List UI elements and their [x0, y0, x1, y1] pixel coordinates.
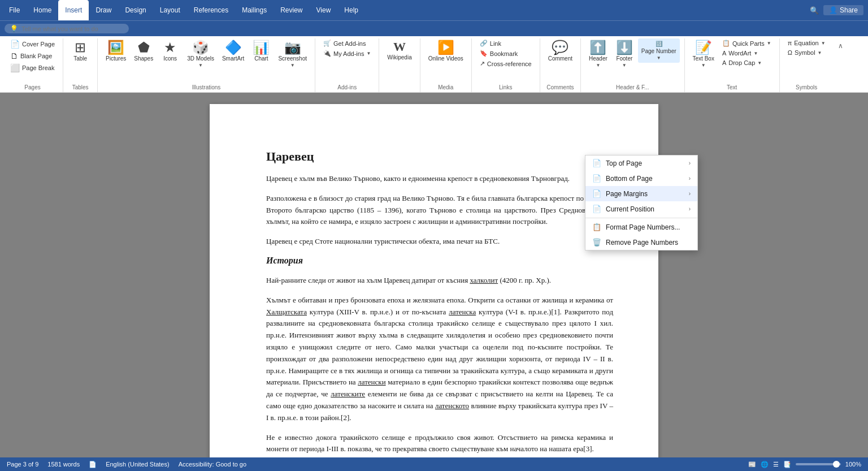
- illustrations-group-label: Illustrations: [102, 83, 310, 92]
- ribbon-content: 📄 Cover Page 🗋 Blank Page ⬜ Page Break P…: [0, 36, 868, 93]
- pages-group-items: 📄 Cover Page 🗋 Blank Page ⬜ Page Break: [7, 38, 58, 83]
- status-bar: Page 3 of 9 1581 words 📄 English (United…: [0, 457, 868, 471]
- page-break-icon: ⬜: [10, 63, 20, 72]
- shapes-icon: ⬟: [138, 41, 150, 54]
- wikipedia-group-items: W Wikipedia: [384, 38, 415, 89]
- footer-dropdown-arrow: ▼: [622, 63, 627, 68]
- remove-page-numbers-icon: 🗑️: [592, 238, 601, 247]
- table-button[interactable]: ⊞ Table: [68, 38, 93, 64]
- get-addins-button[interactable]: 🛒 Get Add-ins: [320, 38, 374, 48]
- links-group-items: 🔗 Link 🔖 Bookmark ↗ Cross-reference: [476, 38, 535, 83]
- equation-button[interactable]: π Equation ▼: [784, 38, 829, 47]
- wikipedia-button[interactable]: W Wikipedia: [384, 38, 415, 63]
- media-group-items: ▶️ Online Videos: [425, 38, 467, 83]
- 3d-models-dropdown-arrow: ▼: [198, 63, 203, 68]
- text-group-items: 📝 Text Box ▼ 📋 Quick Parts ▼ A WordArt ▼…: [689, 38, 775, 83]
- page-view-icon: 📄: [89, 461, 97, 468]
- tab-draw[interactable]: Draw: [89, 0, 118, 20]
- comment-icon: 💬: [552, 41, 568, 54]
- share-button[interactable]: 👤 Share: [823, 5, 863, 15]
- tab-mailings[interactable]: Mailings: [235, 0, 274, 20]
- link-latenska1: латенска: [449, 308, 476, 316]
- icons-button[interactable]: ★ Icons: [158, 38, 183, 64]
- tab-design[interactable]: Design: [118, 0, 153, 20]
- language-indicator: English (United States): [106, 461, 170, 468]
- tab-file[interactable]: File: [2, 0, 27, 20]
- screenshot-icon: 📷: [284, 41, 301, 54]
- text-box-dropdown-arrow: ▼: [701, 63, 706, 68]
- page-number-dropdown: 📄 Top of Page › 📄 Bottom of Page › 📄 Pag…: [585, 155, 698, 250]
- drop-cap-dropdown-arrow: ▼: [757, 61, 762, 66]
- 3d-models-icon: 🎲: [192, 41, 209, 54]
- view-icon-web[interactable]: 🌐: [761, 461, 769, 468]
- zoom-slider-thumb[interactable]: [833, 461, 840, 468]
- text-box-icon: 📝: [695, 41, 712, 54]
- wikipedia-group-label: [384, 89, 415, 92]
- equation-dropdown-arrow: ▼: [821, 41, 826, 46]
- link-button[interactable]: 🔗 Link: [476, 38, 535, 48]
- screenshot-button[interactable]: 📷 Screenshot ▼: [275, 38, 310, 70]
- tab-references[interactable]: References: [187, 0, 235, 20]
- accessibility-indicator: Accessibility: Good to go: [179, 461, 246, 468]
- header-dropdown-arrow: ▼: [596, 63, 600, 68]
- command-search-box[interactable]: 💡: [5, 24, 129, 33]
- header-button[interactable]: ⬆️ Header ▼: [585, 38, 611, 70]
- main-area: Царевец Царевец е хълм във Велико Търнов…: [0, 93, 868, 457]
- link-latenskoto: латенското: [435, 401, 469, 410]
- zoom-slider[interactable]: [796, 463, 841, 465]
- smartart-button[interactable]: 🔷 SmartArt: [219, 38, 248, 64]
- drop-cap-button[interactable]: A Drop Cap ▼: [719, 58, 775, 67]
- quick-parts-button[interactable]: 📋 Quick Parts ▼: [719, 38, 775, 48]
- my-addins-button[interactable]: 🔌 My Add-ins ▼: [320, 49, 374, 58]
- cross-reference-button[interactable]: ↗ Cross-reference: [476, 59, 535, 68]
- view-icon-draft[interactable]: 📑: [783, 461, 791, 468]
- view-icon-print[interactable]: 📰: [748, 461, 756, 468]
- header-footer-group-items: ⬆️ Header ▼ ⬇️ Footer ▼ 🔢 Page Number ▼: [585, 38, 680, 83]
- collapse-ribbon-button[interactable]: ∧: [836, 41, 845, 92]
- tables-group-items: ⊞ Table: [68, 38, 93, 83]
- tab-layout[interactable]: Layout: [153, 0, 187, 20]
- dropdown-item-remove-page-numbers[interactable]: 🗑️ Remove Page Numbers: [585, 235, 697, 250]
- dropdown-item-bottom-of-page[interactable]: 📄 Bottom of Page ›: [585, 171, 697, 186]
- page-number-button[interactable]: 🔢 Page Number ▼: [638, 38, 680, 63]
- view-icon-outline[interactable]: ☰: [773, 461, 779, 468]
- wordart-dropdown-arrow: ▼: [753, 51, 758, 56]
- dropdown-item-current-position[interactable]: 📄 Current Position ›: [585, 201, 697, 217]
- link-halshtatskata: Халщатската: [266, 308, 307, 316]
- bookmark-button[interactable]: 🔖 Bookmark: [476, 49, 535, 58]
- document-title: Царевец: [266, 149, 613, 164]
- cover-page-button[interactable]: 📄 Cover Page: [7, 38, 58, 50]
- wordart-button[interactable]: A WordArt ▼: [719, 49, 775, 58]
- paragraph-3: Царевец е сред Стоте национални туристич…: [266, 236, 613, 248]
- dropdown-item-format-page-numbers[interactable]: 📋 Format Page Numbers...: [585, 219, 697, 235]
- dropdown-item-top-of-page[interactable]: 📄 Top of Page ›: [585, 155, 697, 171]
- page-break-button[interactable]: ⬜ Page Break: [7, 62, 58, 74]
- chart-button[interactable]: 📊 Chart: [249, 38, 274, 64]
- bottom-of-page-icon: 📄: [592, 174, 601, 183]
- ribbon-tabs: File Home Insert Draw Design Layout Refe…: [0, 0, 868, 20]
- tab-review[interactable]: Review: [274, 0, 309, 20]
- comment-button[interactable]: 💬 Comment: [545, 38, 576, 64]
- word-count: 1581 words: [47, 461, 80, 468]
- tab-insert[interactable]: Insert: [58, 0, 89, 20]
- blank-page-button[interactable]: 🗋 Blank Page: [7, 50, 58, 62]
- text-box-button[interactable]: 📝 Text Box ▼: [689, 38, 718, 70]
- tab-help[interactable]: Help: [337, 0, 365, 20]
- online-videos-button[interactable]: ▶️ Online Videos: [425, 38, 467, 64]
- pictures-button[interactable]: 🖼️ Pictures: [102, 38, 129, 64]
- icons-icon: ★: [164, 41, 176, 54]
- paragraph-5: Хълмът е обитаван и през бронзовата епох…: [266, 295, 613, 424]
- tab-view[interactable]: View: [310, 0, 338, 20]
- tab-home[interactable]: Home: [27, 0, 58, 20]
- illustrations-group-items: 🖼️ Pictures ⬟ Shapes ★ Icons 🎲 3D Models…: [102, 38, 310, 83]
- footer-button[interactable]: ⬇️ Footer ▼: [612, 38, 637, 70]
- paragraph-2: Разположена е в близост до стария град н…: [266, 193, 613, 228]
- symbol-button[interactable]: Ω Symbol ▼: [784, 48, 829, 57]
- dropdown-item-page-margins[interactable]: 📄 Page Margins ›: [585, 186, 697, 201]
- link-latenskite1: латенските: [331, 390, 365, 398]
- shapes-button[interactable]: ⬟ Shapes: [131, 38, 157, 64]
- 3d-models-button[interactable]: 🎲 3D Models ▼: [184, 38, 218, 70]
- command-input[interactable]: [21, 25, 123, 32]
- paragraph-4: Най-ранните следи от живот на хълм Царев…: [266, 275, 613, 287]
- quick-parts-icon: 📋: [722, 40, 730, 47]
